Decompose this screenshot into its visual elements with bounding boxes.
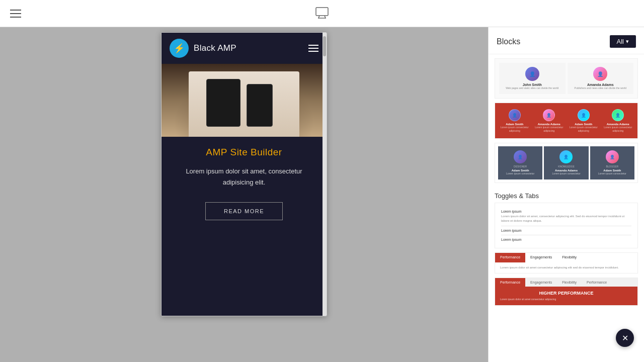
canvas-area: ⚡ Black AMP AMP Site Builder: [0, 27, 488, 362]
tab2-text: Lorem ipsum dolor sit amet consectetur a…: [500, 298, 632, 301]
mobile-cta-button[interactable]: READ MORE: [205, 202, 283, 220]
mobile-nav-logo: ⚡ Black AMP: [170, 39, 236, 58]
team-dark-role-1: DESIGNER: [500, 165, 540, 168]
hero-phone-left: [206, 79, 240, 127]
tab2-flexibility[interactable]: Flexibility: [557, 278, 582, 287]
team-dark-3: 👤 BLOGGER Adam Smith Lorem ipsum consect…: [590, 146, 634, 179]
toggle-content-1: Lorem ipsum dolor sit amet, consectetur …: [501, 214, 631, 223]
tab-flexibility[interactable]: Flexibility: [557, 253, 582, 262]
main-content: ⚡ Black AMP AMP Site Builder: [0, 27, 644, 362]
team-block-2col[interactable]: 👤 John Smith Web pages and static sites …: [495, 58, 638, 99]
close-fab-button[interactable]: ✕: [616, 329, 634, 347]
toggle-item-2: Lorem ipsum: [501, 226, 631, 235]
toggles-section-label: Toggles & Tabs: [495, 187, 638, 203]
team-red-avatar-4: 👤: [612, 109, 624, 121]
right-panel: Blocks All 👤 John Smith Web pages and st…: [488, 27, 644, 362]
toggles-block[interactable]: Lorem ipsum Lorem ipsum dolor sit amet, …: [495, 203, 638, 248]
toggle-title-3: Lorem ipsum: [501, 238, 631, 241]
mobile-content-body: Lorem ipsum dolor sit amet, consectetur …: [172, 166, 316, 188]
tab2-performance2[interactable]: Performance: [582, 278, 612, 287]
team-4col-grid: 👤 Adam Smith Lorem ipsum consectetur adi…: [495, 103, 637, 138]
monitor-icon: [314, 5, 330, 22]
team-name-2: Amanda Adams: [571, 83, 631, 86]
tab-content-1: Lorem ipsum dolor sit amet consectetur a…: [495, 262, 637, 273]
team-desc-2: Publishers and news sites can divide the…: [571, 86, 631, 90]
team-dark-role-3: BLOGGER: [592, 165, 632, 168]
toggle-item-1: Lorem ipsum Lorem ipsum dolor sit amet, …: [501, 207, 631, 226]
team-dark-avatar-1: 👤: [514, 150, 527, 163]
tab-engagements[interactable]: Engagements: [525, 253, 557, 262]
team-red-avatar-1: 👤: [509, 109, 521, 121]
mobile-body: AMP Site Builder Lorem ipsum dolor sit a…: [162, 137, 327, 230]
hero-phone-right: [247, 84, 273, 127]
tabs-block-2[interactable]: Performance Engagements Flexibility Perf…: [495, 278, 638, 306]
tabs-block-1[interactable]: Performance Engagements Flexibility Lore…: [495, 252, 638, 274]
team-block-4col[interactable]: 👤 Adam Smith Lorem ipsum consectetur adi…: [495, 103, 638, 139]
team-red-desc-2: Lorem ipsum consectetur adipiscing: [535, 126, 564, 132]
team-dark-2: 👤 KNOWLEDGE Amanda Adams Lorem ipsum con…: [544, 146, 588, 179]
team-red-desc-3: Lorem ipsum consectetur adipiscing: [569, 126, 598, 132]
logo-icon: ⚡: [170, 39, 189, 58]
menu-icon[interactable]: [10, 10, 21, 18]
team-dark-desc-1: Lorem ipsum consectetur: [500, 172, 540, 175]
team-avatar-2: 👤: [593, 67, 607, 81]
team-red-3: 👤 Adam Smith Lorem ipsum consectetur adi…: [567, 106, 600, 135]
mobile-nav: ⚡ Black AMP: [162, 33, 327, 64]
hero-couch: [189, 71, 299, 137]
toggle-item-3: Lorem ipsum: [501, 235, 631, 244]
svg-rect-0: [316, 8, 328, 16]
mobile-hero: [162, 64, 327, 137]
panel-scroll[interactable]: 👤 John Smith Web pages and static sites …: [489, 54, 644, 362]
team-dark-avatar-3: 👤: [606, 150, 619, 163]
toggle-title-1: Lorem ipsum: [501, 210, 631, 213]
team-dark-desc-3: Lorem ipsum consectetur: [592, 172, 632, 175]
team-desc-1: Web pages and static sites can divide th…: [502, 86, 562, 90]
mobile-nav-title: Black AMP: [194, 43, 236, 53]
header: [0, 0, 644, 27]
team-red-avatar-2: 👤: [543, 109, 555, 121]
tab2-performance[interactable]: Performance: [495, 278, 525, 287]
tabs-header-2: Performance Engagements Flexibility Perf…: [495, 278, 637, 287]
tab-performance[interactable]: Performance: [495, 253, 525, 262]
team-avatar-1: 👤: [525, 67, 539, 81]
mobile-preview: ⚡ Black AMP AMP Site Builder: [161, 32, 327, 316]
panel-header: Blocks All: [489, 27, 644, 54]
tab2-engagements[interactable]: Engagements: [525, 278, 557, 287]
team-dark-1: 👤 DESIGNER Adam Smith Lorem ipsum consec…: [498, 146, 542, 179]
team-red-avatar-3: 👤: [578, 109, 590, 121]
team-2col-grid: 👤 John Smith Web pages and static sites …: [495, 59, 637, 98]
team-dark-desc-2: Lorem ipsum consectetur: [546, 172, 586, 175]
team-name-1: John Smith: [502, 83, 562, 86]
team-member-2: 👤 Amanda Adams Publishers and news sites…: [568, 63, 634, 94]
mobile-scrollbar[interactable]: [323, 33, 327, 316]
tab2-heading: HIGHER PERFORMANCE: [500, 291, 632, 296]
team-dark-role-2: KNOWLEDGE: [546, 165, 586, 168]
blocks-title: Blocks: [497, 37, 520, 46]
team-red-4: 👤 Amanda Adams Lorem ipsum consectetur a…: [602, 106, 635, 135]
tabs-header-1: Performance Engagements Flexibility: [495, 253, 637, 262]
team-3col-grid: 👤 DESIGNER Adam Smith Lorem ipsum consec…: [495, 143, 637, 183]
mobile-content-title: AMP Site Builder: [172, 147, 316, 158]
toggle-title-2: Lorem ipsum: [501, 229, 631, 232]
team-dark-avatar-2: 👤: [559, 150, 573, 163]
all-button[interactable]: All: [610, 35, 636, 48]
team-red-desc-1: Lorem ipsum consectetur adipiscing: [500, 126, 529, 132]
mobile-scroll-thumb: [323, 36, 326, 56]
team-block-3col[interactable]: 👤 DESIGNER Adam Smith Lorem ipsum consec…: [495, 143, 638, 183]
mobile-hamburger-icon[interactable]: [308, 45, 318, 52]
tab2-content: HIGHER PERFORMANCE Lorem ipsum dolor sit…: [495, 287, 637, 305]
team-red-desc-4: Lorem ipsum consectetur adipiscing: [604, 126, 633, 132]
team-member-1: 👤 John Smith Web pages and static sites …: [499, 63, 566, 94]
team-red-2: 👤 Amanda Adams Lorem ipsum consectetur a…: [533, 106, 566, 135]
team-red-1: 👤 Adam Smith Lorem ipsum consectetur adi…: [498, 106, 531, 135]
